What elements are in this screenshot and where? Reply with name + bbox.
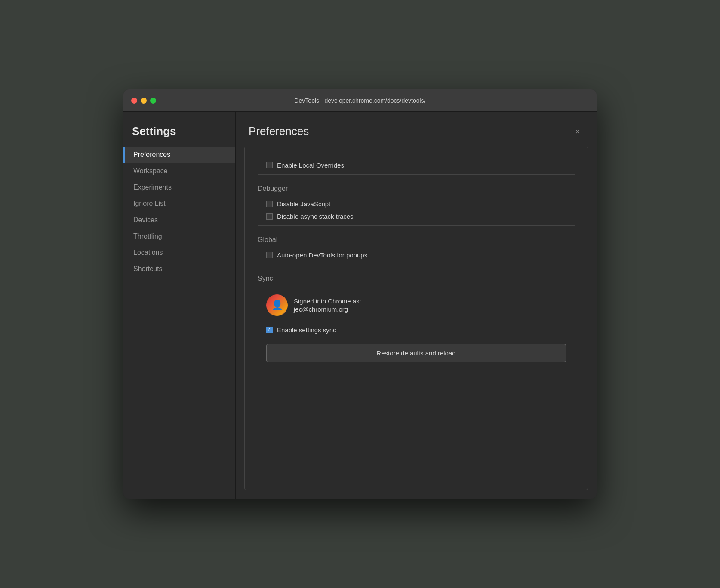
user-info: 👤 Signed into Chrome as: jec@chromium.or… <box>258 290 575 320</box>
local-overrides-checkbox[interactable] <box>266 162 273 168</box>
sidebar-item-devices[interactable]: Devices <box>123 212 235 228</box>
disable-async-row: Disable async stack traces <box>258 213 575 220</box>
close-traffic-light[interactable] <box>131 98 137 104</box>
sidebar-item-preferences[interactable]: Preferences <box>123 147 235 163</box>
enable-sync-label[interactable]: Enable settings sync <box>277 326 336 334</box>
global-section-title: Global <box>258 236 575 245</box>
sidebar-item-workspace[interactable]: Workspace <box>123 163 235 179</box>
enable-sync-checkbox[interactable] <box>266 327 273 333</box>
settings-scroll-area[interactable]: Enable Local Overrides Debugger Disable … <box>244 147 588 490</box>
divider-1 <box>258 174 575 175</box>
sync-section: Sync 👤 Signed into Chrome as: jec@chromi… <box>258 275 575 334</box>
local-overrides-label[interactable]: Enable Local Overrides <box>277 162 344 169</box>
restore-defaults-button[interactable]: Restore defaults and reload <box>266 344 566 362</box>
sidebar-item-locations[interactable]: Locations <box>123 245 235 261</box>
settings-content: Settings Preferences Workspace Experimen… <box>123 112 597 499</box>
minimize-traffic-light[interactable] <box>141 98 147 104</box>
fullscreen-traffic-light[interactable] <box>150 98 156 104</box>
auto-open-label[interactable]: Auto-open DevTools for popups <box>277 251 367 259</box>
settings-heading: Settings <box>123 125 235 147</box>
auto-open-row: Auto-open DevTools for popups <box>258 251 575 259</box>
disable-js-checkbox[interactable] <box>266 201 273 207</box>
divider-3 <box>258 264 575 264</box>
global-section: Global Auto-open DevTools for popups <box>258 236 575 259</box>
titlebar: DevTools - developer.chrome.com/docs/dev… <box>123 89 597 112</box>
sidebar-item-experiments[interactable]: Experiments <box>123 179 235 196</box>
disable-js-row: Disable JavaScript <box>258 200 575 208</box>
window-title: DevTools - developer.chrome.com/docs/dev… <box>294 97 425 104</box>
overrides-section: Enable Local Overrides <box>258 162 575 169</box>
sidebar-item-shortcuts[interactable]: Shortcuts <box>123 261 235 277</box>
main-panel: Preferences × Enable Local Overrides Deb… <box>235 112 597 499</box>
local-overrides-row: Enable Local Overrides <box>258 162 575 169</box>
user-text: Signed into Chrome as: jec@chromium.org <box>294 297 361 313</box>
page-title: Preferences <box>249 125 309 138</box>
user-email: jec@chromium.org <box>294 306 361 313</box>
close-button[interactable]: × <box>572 126 584 138</box>
sidebar-item-throttling[interactable]: Throttling <box>123 228 235 245</box>
app-window: DevTools - developer.chrome.com/docs/dev… <box>123 89 597 499</box>
divider-2 <box>258 225 575 226</box>
main-header: Preferences × <box>236 112 597 147</box>
disable-js-label[interactable]: Disable JavaScript <box>277 200 330 208</box>
debugger-section: Debugger Disable JavaScript Disable asyn… <box>258 185 575 220</box>
debugger-section-title: Debugger <box>258 185 575 194</box>
avatar-image: 👤 <box>266 294 288 316</box>
sidebar-item-ignore-list[interactable]: Ignore List <box>123 196 235 212</box>
sync-section-title: Sync <box>258 275 575 284</box>
disable-async-checkbox[interactable] <box>266 213 273 220</box>
enable-sync-row: Enable settings sync <box>258 326 575 334</box>
disable-async-label[interactable]: Disable async stack traces <box>277 213 354 220</box>
sidebar: Settings Preferences Workspace Experimen… <box>123 112 235 499</box>
auto-open-checkbox[interactable] <box>266 252 273 258</box>
avatar: 👤 <box>266 294 288 316</box>
traffic-lights <box>131 98 156 104</box>
signed-in-label: Signed into Chrome as: <box>294 297 361 305</box>
